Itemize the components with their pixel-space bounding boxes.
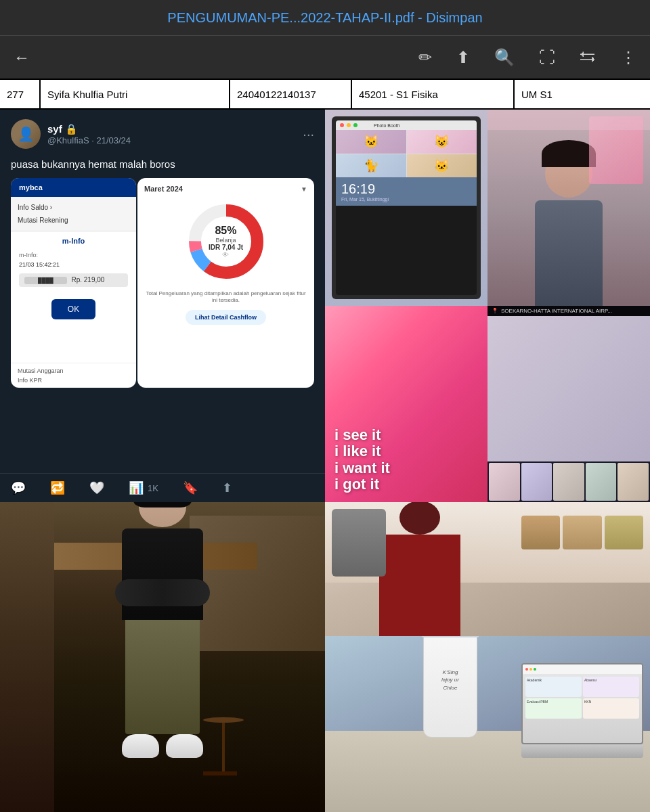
university: UM S1 <box>515 80 650 108</box>
spending-note: Total Pengeluaran yang ditampilkan adala… <box>144 290 307 304</box>
retweet-icon: 🔁 <box>50 480 65 495</box>
spending-amount: IDR 7,04 Jt <box>209 244 243 251</box>
search-icon[interactable]: 🔍 <box>494 48 515 67</box>
share-icon[interactable]: ⮀ <box>580 48 596 67</box>
donut-center-text: 85% Belanja IDR 7,04 Jt 👁 <box>209 225 243 258</box>
edit-icon[interactable]: ✏ <box>418 48 432 67</box>
bca-minfo-content: m-Info m-Info: 21/03 15:42:21 ████ Rp. 2… <box>11 231 136 363</box>
like-action[interactable]: 🤍 <box>89 480 104 495</box>
toolbar: ← ✏ ⬆ 🔍 ⛶ ⮀ ⋮ <box>0 35 650 78</box>
tweet-section: 👤 syf 🔒 @KhulfiaS · 21/03/24 ··· puasa b… <box>0 110 325 502</box>
eye-icon[interactable]: 👁 <box>209 251 243 258</box>
tweet-text: puasa bukannya hemat malah boros <box>0 153 325 178</box>
photo-collage-top: Photo Booth 🐱 😺 🐈 🐱 16:19 Fri, Mar <box>325 110 650 502</box>
cup-text: K'Singlajoy urChloe <box>441 669 459 692</box>
coffee-shop-person-photo <box>325 502 650 636</box>
reply-icon: 💬 <box>11 480 26 495</box>
spending-detail-button[interactable]: Lihat Detail Cashflow <box>186 310 266 325</box>
upload-icon[interactable]: ⬆ <box>456 48 470 67</box>
bookmark-icon: 🔖 <box>183 480 198 495</box>
back-button[interactable]: ← <box>14 48 30 67</box>
bottom-section: Akademik Absensi Evaluasi PBM KKN <box>0 502 650 812</box>
airport-photos: Akademik Absensi Evaluasi PBM KKN <box>325 502 650 812</box>
bookmark-action[interactable]: 🔖 <box>183 480 198 495</box>
avatar: 👤 <box>11 119 41 149</box>
phone-screen-photo: Photo Booth 🐱 😺 🐈 🐱 16:19 Fri, Mar <box>325 110 488 306</box>
tweet-header: 👤 syf 🔒 @KhulfiaS · 21/03/24 ··· <box>0 110 325 153</box>
tweet-images: mybca Info Saldo › Mutasi Rekening m-Inf… <box>0 178 325 466</box>
bca-minfo-date: 21/03 15:42:21 <box>19 261 128 268</box>
tweet-user-info: syf 🔒 @KhulfiaS · 21/03/24 <box>47 123 296 145</box>
donut-chart-container: 85% Belanja IDR 7,04 Jt 👁 <box>144 201 307 282</box>
more-icon[interactable]: ⋮ <box>620 48 636 67</box>
student-name: Syifa Khulfia Putri <box>41 80 230 108</box>
selfie-photo <box>488 110 650 306</box>
student-id: 24040122140137 <box>230 80 352 108</box>
tweet-actions: 💬 🔁 🤍 📊 1K 🔖 ⬆ <box>0 473 325 502</box>
main-content: 👤 syf 🔒 @KhulfiaS · 21/03/24 ··· puasa b… <box>0 110 650 812</box>
bca-nav-mutasi[interactable]: Mutasi Rekening <box>18 214 129 227</box>
top-section: 👤 syf 🔒 @KhulfiaS · 21/03/24 ··· puasa b… <box>0 110 650 502</box>
like-icon: 🤍 <box>89 480 104 495</box>
bca-minfo-label: m-Info: <box>19 252 128 258</box>
spending-header: Maret 2024 ▼ <box>144 185 307 193</box>
reply-action[interactable]: 💬 <box>11 480 26 495</box>
document-title: PENGUMUMAN-PE...2022-TAHAP-II.pdf - Disi… <box>167 10 482 26</box>
bca-footer: Mutasi Anggaran Info KPR <box>11 363 136 388</box>
chart-action[interactable]: 📊 1K <box>129 480 158 495</box>
phone-time: 16:19 <box>341 181 471 197</box>
pink-overlay-text: i see it i like it i want it i got it <box>334 427 478 493</box>
tweet-username: syf 🔒 <box>47 123 296 135</box>
bca-nav: Info Saldo › Mutasi Rekening <box>11 197 136 231</box>
chart-icon: 📊 <box>129 480 144 495</box>
toolbar-actions: ✏ ⬆ 🔍 ⛶ ⮀ ⋮ <box>418 48 636 67</box>
spending-category: Belanja <box>209 237 243 244</box>
bca-ok-button[interactable]: OK <box>51 299 95 319</box>
fullscreen-icon[interactable]: ⛶ <box>539 48 555 67</box>
bca-kpr-link[interactable]: Info KPR <box>18 376 129 385</box>
bca-header: mybca <box>11 178 136 197</box>
spending-chart-card: Maret 2024 ▼ <box>137 178 314 388</box>
cafe-scene <box>0 502 325 812</box>
spending-month: Maret 2024 <box>144 185 183 193</box>
cafe-photo <box>0 502 325 812</box>
bca-nav-saldo[interactable]: Info Saldo › <box>18 201 129 214</box>
thumbnail-strip-photo: 📍 SOEKARNO-HATTA INTERNATIONAL AIRP... <box>488 306 650 502</box>
bca-minfo-title: m-Info <box>19 237 128 245</box>
share-tweet-icon: ⬆ <box>222 480 232 495</box>
avatar-image: 👤 <box>11 119 41 149</box>
pink-text-photo: i see it i like it i want it i got it <box>325 306 488 502</box>
spending-percentage: 85% <box>209 225 243 237</box>
spending-dropdown[interactable]: ▼ <box>301 185 307 193</box>
phone-date: Fri, Mar 15, Bukittinggi <box>341 197 471 202</box>
airport-label: SOEKARNO-HATTA INTERNATIONAL AIRP... <box>501 308 612 314</box>
title-bar: PENGUMUMAN-PE...2022-TAHAP-II.pdf - Disi… <box>0 0 650 35</box>
bca-minfo-amount: ████ Rp. 219,00 <box>19 273 128 287</box>
tweet-more-button[interactable]: ··· <box>303 127 314 142</box>
program: 45201 - S1 Fisika <box>352 80 515 108</box>
retweet-action[interactable]: 🔁 <box>50 480 65 495</box>
bca-notification-card: mybca Info Saldo › Mutasi Rekening m-Inf… <box>11 178 136 388</box>
tweet-handle: @KhulfiaS · 21/03/24 <box>47 135 296 145</box>
share-tweet-action[interactable]: ⬆ <box>222 480 232 495</box>
bca-mutasi-link[interactable]: Mutasi Anggaran <box>18 366 129 376</box>
pdf-table-row: 277 Syifa Khulfia Putri 24040122140137 4… <box>0 78 650 110</box>
chart-count: 1K <box>148 483 158 493</box>
starbucks-cup-photo: Akademik Absensi Evaluasi PBM KKN <box>325 636 650 812</box>
row-number: 277 <box>0 80 41 108</box>
